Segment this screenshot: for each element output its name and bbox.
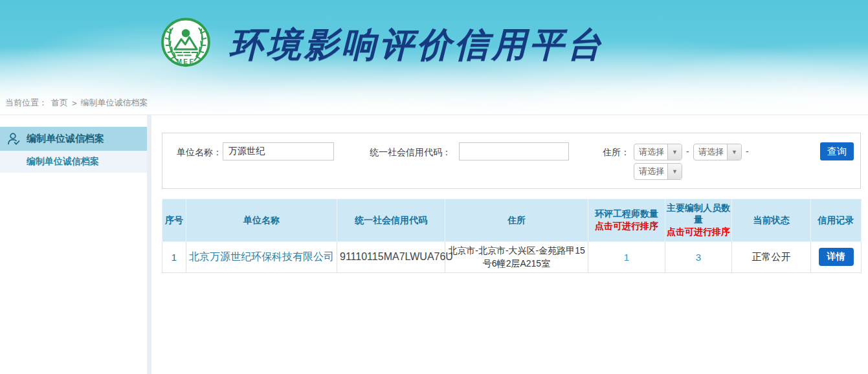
chevron-down-icon[interactable]: ▼ (667, 164, 682, 179)
row-unit-name: 北京万源世纪环保科技有限公司 (186, 242, 337, 273)
province-select-value: 请选择 (634, 144, 667, 160)
user-check-icon (6, 132, 21, 146)
chevron-down-icon[interactable]: ▼ (667, 144, 682, 160)
engineer-count-link[interactable]: 1 (624, 252, 629, 263)
col-staff-count-sort[interactable]: 主要编制人员数量 点击可进行排序 (665, 199, 732, 242)
sidebar-group-label: 编制单位诚信档案 (27, 133, 104, 145)
main-content: 单位名称： 统一社会信用代码： 住所： 请选择 ▼ - 请选择 ▼ - 请选择 … (151, 115, 868, 374)
row-status: 正常公开 (732, 242, 811, 273)
sort-hint: 点击可进行排序 (590, 221, 663, 232)
search-panel: 单位名称： 统一社会信用代码： 住所： 请选择 ▼ - 请选择 ▼ - 请选择 … (162, 133, 861, 189)
col-unit-name: 单位名称 (186, 199, 337, 242)
sidebar-group-credit-archive[interactable]: 编制单位诚信档案 (0, 127, 147, 151)
col-credit-record: 信用记录 (811, 199, 862, 242)
breadcrumb: 当前位置： 首页 > 编制单位诚信档案 (5, 97, 148, 109)
credit-code-input[interactable] (459, 142, 569, 160)
col-address: 住所 (445, 199, 588, 242)
row-credit-code: 91110115MA7LWUA76U (337, 242, 445, 273)
row-engineer-count: 1 (588, 242, 665, 273)
province-select[interactable]: 请选择 ▼ (634, 144, 682, 160)
row-index: 1 (162, 242, 186, 273)
staff-count-link[interactable]: 3 (696, 252, 701, 263)
query-button[interactable]: 查询 (820, 142, 854, 160)
district-select-value: 请选择 (634, 164, 667, 179)
city-select-value: 请选择 (694, 144, 727, 160)
detail-button[interactable]: 详情 (819, 248, 854, 266)
table-header-row: 序号 单位名称 统一社会信用代码 住所 环评工程师数量 点击可进行排序 主要编制… (162, 199, 862, 242)
address-dash-1: - (686, 146, 689, 157)
header-banner: MEE 环境影响评价信用平台 当前位置： 首页 > 编制单位诚信档案 (0, 0, 868, 115)
row-action: 详情 (811, 242, 862, 273)
credit-code-label: 统一社会信用代码： (370, 147, 451, 159)
row-address: 北京市-北京市-大兴区-金苑路甲15号6幢2层A215室 (445, 242, 588, 273)
mee-logo-text: MEE (177, 58, 195, 65)
unit-name-label: 单位名称： (177, 147, 222, 159)
address-label: 住所： (603, 147, 630, 159)
breadcrumb-home-link[interactable]: 首页 (51, 97, 68, 109)
col-credit-code: 统一社会信用代码 (337, 199, 445, 242)
sidebar-item-label: 编制单位诚信档案 (27, 156, 99, 168)
sidebar: 编制单位诚信档案 编制单位诚信档案 (0, 115, 151, 374)
breadcrumb-current: 编制单位诚信档案 (81, 97, 148, 109)
breadcrumb-separator: > (72, 98, 77, 108)
district-select[interactable]: 请选择 ▼ (634, 163, 682, 180)
city-select[interactable]: 请选择 ▼ (693, 144, 742, 160)
row-staff-count: 3 (665, 242, 732, 273)
page-body: 编制单位诚信档案 编制单位诚信档案 单位名称： 统一社会信用代码： 住所： 请选… (0, 115, 868, 374)
sort-hint: 点击可进行排序 (667, 226, 730, 238)
site-title: 环境影响评价信用平台 (229, 22, 605, 69)
chevron-down-icon[interactable]: ▼ (727, 144, 741, 160)
sidebar-item-credit-archive[interactable]: 编制单位诚信档案 (0, 151, 147, 173)
mee-logo-icon: MEE (161, 17, 211, 74)
results-table: 序号 单位名称 统一社会信用代码 住所 环评工程师数量 点击可进行排序 主要编制… (162, 199, 862, 273)
table-row: 1 北京万源世纪环保科技有限公司 91110115MA7LWUA76U 北京市-… (162, 242, 862, 273)
col-engineer-count-sort[interactable]: 环评工程师数量 点击可进行排序 (588, 199, 665, 242)
unit-name-link[interactable]: 北京万源世纪环保科技有限公司 (189, 251, 334, 262)
address-dash-2: - (746, 146, 749, 157)
col-status: 当前状态 (732, 199, 811, 242)
breadcrumb-prefix: 当前位置： (5, 97, 47, 109)
brand: MEE 环境影响评价信用平台 (161, 17, 605, 74)
col-index: 序号 (162, 199, 186, 242)
unit-name-input[interactable] (223, 142, 334, 160)
